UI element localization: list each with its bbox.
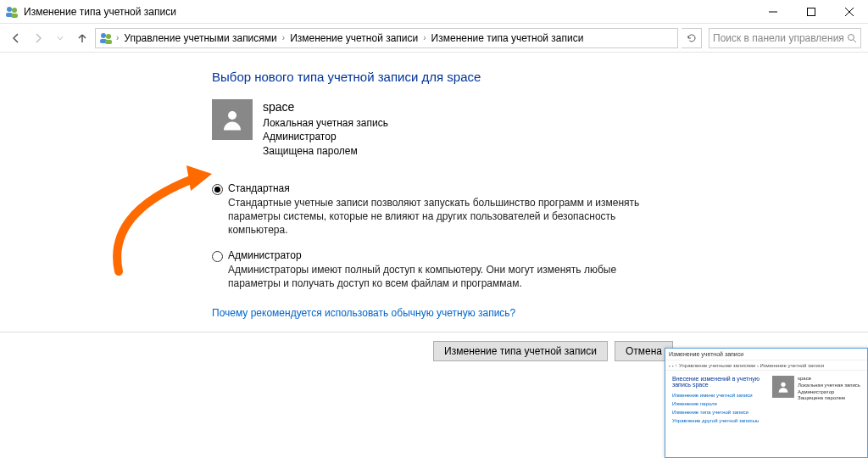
radio-admin[interactable] xyxy=(212,251,223,262)
thumb-avatar xyxy=(772,376,794,398)
user-block: space Локальная учетная запись Администр… xyxy=(212,99,868,159)
crumb-item[interactable]: Изменение типа учетной записи xyxy=(430,32,586,44)
page-heading: Выбор нового типа учетной записи для spa… xyxy=(212,70,868,84)
search-icon xyxy=(847,33,857,43)
maximize-button[interactable] xyxy=(792,0,830,23)
svg-point-16 xyxy=(781,383,785,387)
navbar: › Управление учетными записями › Изменен… xyxy=(0,24,868,53)
chevron-right-icon: › xyxy=(421,33,427,42)
option-standard[interactable]: Стандартная Стандартные учетные записи п… xyxy=(212,182,670,237)
thumb-link[interactable]: Изменение типа учетной записи xyxy=(672,410,767,415)
svg-rect-3 xyxy=(11,14,18,18)
avatar xyxy=(212,99,253,140)
thumb-link[interactable]: Управление другой учетной записью xyxy=(672,418,767,423)
thumb-user-line: Локальная учетная запись xyxy=(798,383,860,389)
thumb-user-name: space xyxy=(798,376,860,383)
user-info: space Локальная учетная запись Администр… xyxy=(263,99,388,159)
help-link[interactable]: Почему рекомендуется использовать обычну… xyxy=(212,307,515,319)
svg-point-9 xyxy=(106,34,111,39)
breadcrumb[interactable]: › Управление учетными записями › Изменен… xyxy=(95,28,678,48)
titlebar: Изменение типа учетной записи xyxy=(0,0,868,24)
option-description: Стандартные учетные записи позволяют зап… xyxy=(228,196,670,237)
svg-point-1 xyxy=(12,8,17,13)
svg-point-8 xyxy=(101,33,106,38)
crumb-item[interactable]: Управление учетными записями xyxy=(122,32,278,44)
thumb-heading: Внесение изменений в учетную запись spac… xyxy=(672,376,767,388)
svg-point-14 xyxy=(228,111,236,120)
thumb-nav: ‹ › ↑ Управление учетными записями › Изм… xyxy=(665,360,867,371)
refresh-button[interactable] xyxy=(682,28,702,48)
apply-button[interactable]: Изменение типа учетной записи xyxy=(433,341,608,361)
forward-button[interactable] xyxy=(29,29,47,47)
radio-standard[interactable] xyxy=(212,184,223,195)
svg-rect-11 xyxy=(105,40,112,44)
chevron-right-icon: › xyxy=(114,33,120,42)
user-accounts-icon xyxy=(99,31,113,45)
thumb-links: Внесение изменений в учетную запись spac… xyxy=(672,376,767,423)
close-button[interactable] xyxy=(830,0,868,23)
svg-line-13 xyxy=(854,40,856,42)
svg-rect-5 xyxy=(807,8,815,15)
svg-point-0 xyxy=(7,7,12,12)
search-box[interactable] xyxy=(709,28,861,48)
thumb-user: space Локальная учетная запись Администр… xyxy=(772,376,860,423)
account-type-options: Стандартная Стандартные учетные записи п… xyxy=(212,182,670,290)
option-admin[interactable]: Администратор Администраторы имеют полны… xyxy=(212,249,670,290)
minimize-button[interactable] xyxy=(754,0,792,23)
thumbnail-window: Изменение учетной записи ‹ › ↑ Управлени… xyxy=(665,348,868,458)
recent-dropdown[interactable] xyxy=(51,29,70,47)
crumb-item[interactable]: Изменение учетной записи xyxy=(288,32,420,44)
option-description: Администраторы имеют полный доступ к ком… xyxy=(228,263,670,290)
thumb-link[interactable]: Изменение пароля xyxy=(672,401,767,406)
content: Выбор нового типа учетной записи для spa… xyxy=(0,53,868,320)
person-icon xyxy=(220,107,245,132)
thumb-title: Изменение учетной записи xyxy=(665,349,867,360)
user-password-status: Защищена паролем xyxy=(263,144,388,159)
thumb-user-line: Защищена паролем xyxy=(798,395,860,402)
back-button[interactable] xyxy=(7,29,25,47)
user-accounts-icon xyxy=(5,5,19,19)
option-label: Администратор xyxy=(228,249,670,261)
user-role: Администратор xyxy=(263,130,388,144)
option-label: Стандартная xyxy=(228,182,670,194)
thumb-user-line: Администратор xyxy=(798,389,860,396)
thumb-link[interactable]: Изменение имени учетной записи xyxy=(672,393,767,398)
svg-point-12 xyxy=(849,34,854,40)
user-name: space xyxy=(263,99,388,116)
search-input[interactable] xyxy=(713,32,847,44)
up-button[interactable] xyxy=(73,29,92,47)
chevron-right-icon: › xyxy=(281,33,287,42)
window-controls xyxy=(754,0,868,23)
user-account-type: Локальная учетная запись xyxy=(263,116,388,131)
window-title: Изменение типа учетной записи xyxy=(24,6,754,18)
